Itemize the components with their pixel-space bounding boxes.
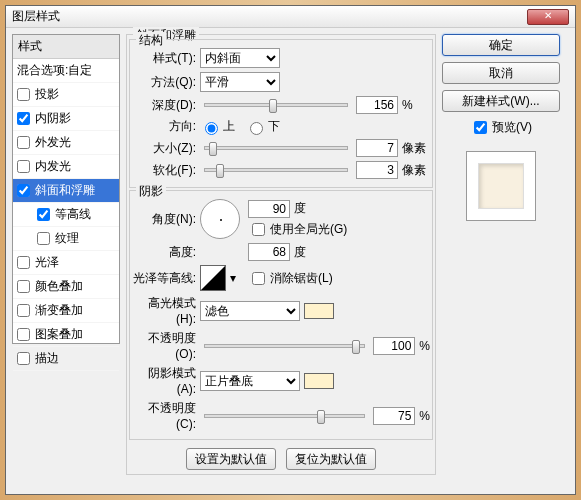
style-checkbox[interactable]: [37, 208, 50, 221]
style-label: 样式(T):: [132, 50, 196, 67]
direction-label: 方向:: [132, 118, 196, 135]
style-item-label: 颜色叠加: [35, 278, 83, 295]
style-checkbox[interactable]: [17, 136, 30, 149]
style-checkbox[interactable]: [37, 232, 50, 245]
depth-label: 深度(D):: [132, 97, 196, 114]
style-item-label: 渐变叠加: [35, 302, 83, 319]
cancel-button[interactable]: 取消: [442, 62, 560, 84]
style-item-label: 光泽: [35, 254, 59, 271]
titlebar[interactable]: 图层样式 ✕: [6, 6, 575, 28]
style-select[interactable]: 内斜面: [200, 48, 280, 68]
altitude-label: 高度:: [132, 244, 196, 261]
structure-group: 结构 样式(T): 内斜面 方法(Q): 平滑 深度(D): %: [129, 39, 433, 188]
method-label: 方法(Q):: [132, 74, 196, 91]
shadow-opacity-input[interactable]: [373, 407, 415, 425]
gloss-contour-picker[interactable]: [200, 265, 226, 291]
style-item[interactable]: 图案叠加: [13, 323, 119, 347]
size-input[interactable]: [356, 139, 398, 157]
style-checkbox[interactable]: [17, 280, 30, 293]
global-light-checkbox[interactable]: 使用全局光(G): [248, 220, 347, 239]
style-item[interactable]: 投影: [13, 83, 119, 107]
style-checkbox[interactable]: [17, 88, 30, 101]
shadow-mode-select[interactable]: 正片叠底: [200, 371, 300, 391]
preview-swatch: [466, 151, 536, 221]
style-item[interactable]: 描边: [13, 347, 119, 371]
highlight-opacity-label: 不透明度(O):: [132, 330, 196, 361]
style-item-label: 内阴影: [35, 110, 71, 127]
blend-options-row[interactable]: 混合选项:自定: [13, 59, 119, 83]
chevron-down-icon[interactable]: ▾: [230, 271, 236, 285]
style-item[interactable]: 外发光: [13, 131, 119, 155]
style-item[interactable]: 等高线: [13, 203, 119, 227]
style-checkbox[interactable]: [17, 328, 30, 341]
highlight-opacity-slider[interactable]: [204, 344, 365, 348]
shading-group: 阴影 角度(N): 度 使用全局光(G) 高度:: [129, 190, 433, 440]
style-checkbox[interactable]: [17, 256, 30, 269]
style-item[interactable]: 纹理: [13, 227, 119, 251]
style-item-label: 图案叠加: [35, 326, 83, 343]
style-checkbox[interactable]: [17, 112, 30, 125]
altitude-input[interactable]: [248, 243, 290, 261]
preview-checkbox[interactable]: 预览(V): [442, 118, 560, 137]
style-item[interactable]: 斜面和浮雕: [13, 179, 119, 203]
style-checkbox[interactable]: [17, 184, 30, 197]
styles-header: 样式: [13, 35, 119, 59]
style-checkbox[interactable]: [17, 304, 30, 317]
style-item-label: 投影: [35, 86, 59, 103]
style-item[interactable]: 内阴影: [13, 107, 119, 131]
angle-input[interactable]: [248, 200, 290, 218]
style-item[interactable]: 颜色叠加: [13, 275, 119, 299]
style-item[interactable]: 光泽: [13, 251, 119, 275]
style-item[interactable]: 内发光: [13, 155, 119, 179]
style-item-label: 描边: [35, 350, 59, 367]
soften-label: 软化(F):: [132, 162, 196, 179]
highlight-opacity-input[interactable]: [373, 337, 415, 355]
size-slider[interactable]: [204, 146, 348, 150]
new-style-button[interactable]: 新建样式(W)...: [442, 90, 560, 112]
angle-label: 角度(N):: [132, 211, 196, 228]
ok-button[interactable]: 确定: [442, 34, 560, 56]
style-item-label: 等高线: [55, 206, 91, 223]
direction-down-radio[interactable]: 下: [245, 118, 280, 135]
set-default-button[interactable]: 设置为默认值: [186, 448, 276, 470]
gloss-contour-label: 光泽等高线:: [132, 270, 196, 287]
shadow-opacity-slider[interactable]: [204, 414, 365, 418]
soften-slider[interactable]: [204, 168, 348, 172]
style-item[interactable]: 渐变叠加: [13, 299, 119, 323]
styles-list: 样式 混合选项:自定 投影内阴影外发光内发光斜面和浮雕等高线纹理光泽颜色叠加渐变…: [12, 34, 120, 344]
size-label: 大小(Z):: [132, 140, 196, 157]
style-checkbox[interactable]: [17, 160, 30, 173]
style-item-label: 内发光: [35, 158, 71, 175]
reset-default-button[interactable]: 复位为默认值: [286, 448, 376, 470]
shadow-opacity-label: 不透明度(C):: [132, 400, 196, 431]
direction-up-radio[interactable]: 上: [200, 118, 235, 135]
highlight-mode-label: 高光模式(H):: [132, 295, 196, 326]
style-item-label: 纹理: [55, 230, 79, 247]
style-item-label: 外发光: [35, 134, 71, 151]
shadow-color-swatch[interactable]: [304, 373, 334, 389]
close-button[interactable]: ✕: [527, 9, 569, 25]
highlight-mode-select[interactable]: 滤色: [200, 301, 300, 321]
style-item-label: 斜面和浮雕: [35, 182, 95, 199]
antialias-checkbox[interactable]: 消除锯齿(L): [248, 269, 333, 288]
style-checkbox[interactable]: [17, 352, 30, 365]
depth-input[interactable]: [356, 96, 398, 114]
soften-input[interactable]: [356, 161, 398, 179]
depth-slider[interactable]: [204, 103, 348, 107]
dialog-title: 图层样式: [12, 8, 60, 25]
angle-dial[interactable]: [200, 199, 240, 239]
bevel-emboss-group: 斜面和浮雕 结构 样式(T): 内斜面 方法(Q): 平滑 深度(D):: [126, 34, 436, 475]
shadow-mode-label: 阴影模式(A):: [132, 365, 196, 396]
method-select[interactable]: 平滑: [200, 72, 280, 92]
layer-style-dialog: 图层样式 ✕ 样式 混合选项:自定 投影内阴影外发光内发光斜面和浮雕等高线纹理光…: [5, 5, 576, 495]
highlight-color-swatch[interactable]: [304, 303, 334, 319]
